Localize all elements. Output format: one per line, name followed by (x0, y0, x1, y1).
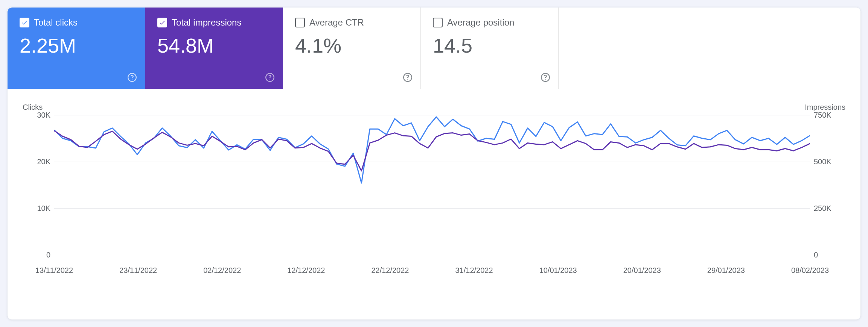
x-tick: 20/01/2023 (623, 266, 661, 275)
metric-tab-clicks[interactable]: Total clicks 2.25M (8, 8, 145, 89)
svg-point-1 (132, 79, 132, 80)
metric-label: Average CTR (309, 17, 364, 28)
y-left-tick: 10K (37, 204, 50, 213)
x-tick: 22/12/2022 (371, 266, 409, 275)
svg-point-3 (270, 79, 270, 80)
svg-point-5 (407, 79, 408, 80)
performance-card: Total clicks 2.25M Total impressions 54.… (8, 8, 860, 319)
metric-value: 2.25M (20, 34, 133, 57)
x-tick: 02/12/2022 (203, 266, 241, 275)
x-tick: 12/12/2022 (287, 266, 325, 275)
help-icon[interactable] (540, 72, 551, 83)
svg-point-7 (545, 79, 545, 80)
metric-label: Total impressions (172, 17, 241, 28)
x-tick: 23/11/2022 (119, 266, 157, 275)
x-tick: 08/02/2023 (791, 266, 829, 275)
y-right-tick: 250K (814, 204, 831, 213)
checkbox-checked-icon (20, 18, 29, 27)
help-icon[interactable] (402, 72, 413, 83)
x-tick: 29/01/2023 (707, 266, 745, 275)
checkbox-unchecked-icon (433, 18, 443, 27)
checkbox-unchecked-icon (295, 18, 305, 27)
x-tick: 13/11/2022 (35, 266, 73, 275)
gridline (54, 255, 810, 255)
metric-value: 14.5 (433, 34, 546, 57)
checkbox-checked-icon (157, 18, 167, 27)
metric-label: Total clicks (34, 17, 78, 28)
metric-tabs: Total clicks 2.25M Total impressions 54.… (8, 8, 860, 89)
chart: Clicks Impressions 30K 20K 10K 0 750K 50… (23, 104, 845, 304)
metric-value: 4.1% (295, 34, 408, 57)
y-right-tick: 750K (814, 111, 831, 120)
help-icon[interactable] (265, 72, 275, 83)
x-tick: 10/01/2023 (539, 266, 577, 275)
x-tick: 31/12/2022 (455, 266, 493, 275)
chart-lines (54, 104, 810, 255)
y-right-tick: 0 (814, 251, 818, 259)
y-right-tick: 500K (814, 157, 831, 166)
metric-tab-position[interactable]: Average position 14.5 (421, 8, 559, 89)
y-left-tick: 30K (37, 111, 50, 120)
metric-value: 54.8M (157, 34, 271, 57)
y-left-tick: 0 (46, 251, 50, 259)
help-icon[interactable] (127, 72, 137, 83)
y-left-tick: 20K (37, 157, 50, 166)
metric-tab-impressions[interactable]: Total impressions 54.8M (145, 8, 283, 89)
metric-label: Average position (447, 17, 514, 28)
metric-tab-ctr[interactable]: Average CTR 4.1% (283, 8, 421, 89)
